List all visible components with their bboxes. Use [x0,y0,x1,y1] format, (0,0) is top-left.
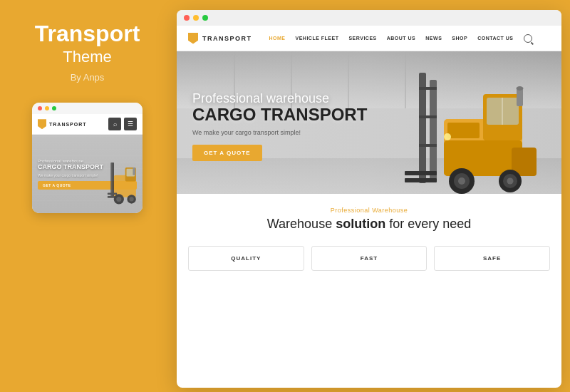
warehouse-title-end: for every need [385,217,471,231]
svg-rect-21 [419,144,437,147]
mobile-logo-text: TRANSPORT [49,122,87,127]
hero-title-light: Professional warehouse [192,91,367,106]
left-panel: Transport Theme By Anps TRANSPORT ⌕ ☰ Pr… [0,0,175,392]
theme-byline: By Anps [71,72,105,83]
svg-rect-19 [419,87,437,90]
nav-link-services[interactable]: SERVICES [348,36,376,41]
theme-subtitle: Theme [63,48,111,66]
svg-point-30 [507,178,514,185]
mobile-top-bar [32,103,142,114]
site-nav-links: HOME VEHICLE FLEET SERVICES ABOUT US NEW… [269,34,551,43]
nav-search-icon[interactable] [524,34,532,43]
svg-rect-22 [405,171,437,175]
nav-link-contact[interactable]: CONTACT US [477,36,513,41]
mobile-mockup: TRANSPORT ⌕ ☰ Professional warehouse CAR… [32,103,142,213]
cards-row: QUALITY FAST SAFE [177,239,561,278]
mobile-logo-area: TRANSPORT [38,119,87,129]
svg-point-27 [458,177,465,185]
warehouse-title-plain: Warehouse [267,217,336,231]
mobile-hero: Professional warehouse CARGO TRANSPORT W… [32,135,142,213]
nav-link-fleet[interactable]: VEHICLE FLEET [296,36,339,41]
card-quality-title: QUALITY [197,255,295,262]
mobile-menu-icon[interactable]: ☰ [124,118,137,130]
mobile-search-icon[interactable]: ⌕ [108,118,121,130]
card-fast: FAST [311,246,428,271]
card-fast-title: FAST [321,255,418,262]
site-hero: Professional warehouse CARGO TRANSPORT W… [177,51,561,194]
card-safe-title: SAFE [443,255,541,262]
site-logo-text: TRANSPORT [202,35,252,42]
mobile-logo-icon [38,119,46,129]
browser-top-bar [177,10,561,26]
warehouse-section: Professional Warehouse Warehouse solutio… [177,194,561,239]
hero-tagline: We make your cargo transport simple! [192,129,367,136]
svg-rect-4 [113,163,114,197]
warehouse-section-label: Professional Warehouse [188,207,550,214]
browser-window: TRANSPORT HOME VEHICLE FLEET SERVICES AB… [177,10,561,388]
theme-title: Transport [35,21,140,46]
warehouse-section-title: Warehouse solution for every need [188,217,550,232]
mobile-dot-yellow [45,106,49,110]
mobile-nav: TRANSPORT ⌕ ☰ [32,114,142,135]
nav-link-news[interactable]: NEWS [425,36,442,41]
hero-content: Professional warehouse CARGO TRANSPORT W… [192,91,367,161]
site-logo-icon [188,33,198,44]
hero-forklift-image [405,58,547,194]
hero-cta-button[interactable]: GET A QUOTE [192,145,262,161]
svg-rect-18 [430,80,437,180]
browser-dot-yellow [193,15,199,21]
svg-rect-11 [133,167,135,175]
svg-point-8 [116,197,121,202]
nav-link-shop[interactable]: SHOP [452,36,467,41]
browser-dot-red [184,15,190,21]
svg-point-34 [444,133,451,140]
card-quality: QUALITY [188,246,304,271]
svg-rect-20 [419,115,437,118]
svg-point-10 [130,197,134,202]
hero-title-bold: CARGO TRANSPORT [192,106,367,123]
svg-rect-33 [447,123,480,138]
svg-rect-5 [108,193,117,195]
mobile-dot-red [38,106,42,110]
site-logo-area: TRANSPORT [188,33,252,44]
mobile-dot-green [52,106,56,110]
nav-link-home[interactable]: HOME [269,36,286,41]
browser-dot-green [202,15,208,21]
warehouse-title-bold: solution [336,217,385,231]
site-nav: TRANSPORT HOME VEHICLE FLEET SERVICES AB… [177,26,561,51]
mobile-forklift-image [107,156,142,213]
card-safe: SAFE [434,246,550,271]
nav-link-about[interactable]: ABOUT US [387,36,416,41]
svg-point-32 [517,86,524,91]
svg-rect-23 [405,178,437,182]
mobile-nav-icons: ⌕ ☰ [108,118,137,130]
svg-rect-31 [517,88,523,106]
